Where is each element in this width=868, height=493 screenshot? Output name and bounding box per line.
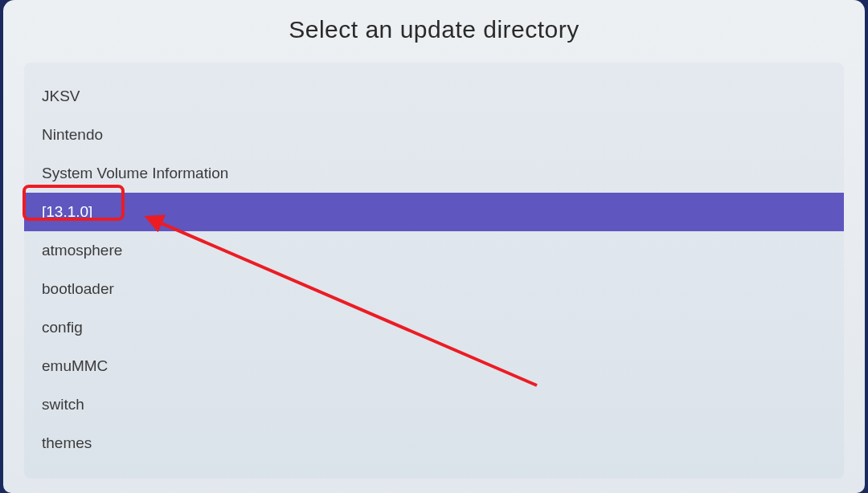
directory-item[interactable]: emuMMC	[24, 347, 844, 385]
directory-item[interactable]: Nintendo	[24, 116, 844, 154]
directory-item[interactable]: atmosphere	[24, 231, 844, 270]
dialog-window: Select an update directory JKSVNintendoS…	[3, 0, 865, 493]
directory-item[interactable]: [13.1.0]	[24, 193, 844, 231]
directory-item[interactable]: themes	[24, 424, 844, 462]
directory-item[interactable]: System Volume Information	[24, 154, 844, 193]
directory-item[interactable]: bootloader	[24, 270, 844, 308]
directory-item[interactable]: config	[24, 308, 844, 347]
directory-item[interactable]: JKSV	[24, 77, 844, 116]
directory-item[interactable]: switch	[24, 385, 844, 424]
title-bar: Select an update directory	[3, 0, 865, 63]
directory-list-panel: JKSVNintendoSystem Volume Information[13…	[24, 63, 844, 479]
dialog-title: Select an update directory	[3, 16, 865, 43]
